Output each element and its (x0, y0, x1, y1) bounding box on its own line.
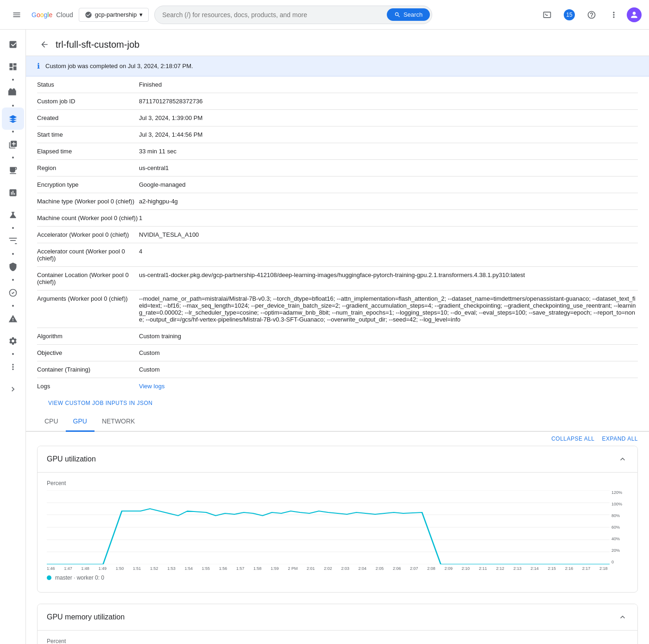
sidebar-item-models[interactable] (2, 82, 24, 104)
tab-gpu[interactable]: GPU (66, 412, 95, 432)
project-icon (85, 11, 92, 19)
sidebar-item-monitoring[interactable] (2, 308, 24, 330)
x-label-158: 1:58 (253, 566, 262, 571)
detail-value-encryption: Google-managed (139, 181, 638, 188)
x-label-154: 1:54 (184, 566, 193, 571)
collapse-up-icon-2 (618, 612, 627, 622)
detail-value-accelerator-count: 4 (139, 248, 638, 262)
project-name: gcp-partnership (95, 11, 137, 18)
notifications-badge: 15 (564, 9, 575, 20)
avatar-icon (630, 10, 639, 19)
sidebar-dot-4 (12, 157, 14, 158)
sidebar (0, 30, 26, 644)
sidebar-item-settings[interactable] (2, 330, 24, 352)
x-label-201: 2:01 (307, 566, 315, 571)
help-button[interactable] (582, 6, 601, 24)
detail-label-objective: Objective (37, 349, 139, 356)
collapse-up-icon (618, 455, 627, 464)
sidebar-item-more[interactable] (2, 356, 24, 378)
x-label-159: 1:59 (271, 566, 279, 571)
cloud-shell-button[interactable] (538, 6, 556, 24)
detail-label-accelerator-count: Accelerator count (Worker pool 0 (chief)… (37, 248, 139, 262)
avatar[interactable] (627, 7, 642, 22)
search-button[interactable]: Search (387, 8, 430, 21)
y-axis-label-120: 120% (611, 490, 628, 495)
detail-value-elapsed: 33 min 11 sec (139, 148, 638, 155)
project-selector[interactable]: gcp-partnership ▾ (79, 8, 149, 22)
sidebar-dot-1 (12, 79, 14, 81)
collapse-all-button[interactable]: COLLAPSE ALL (551, 436, 594, 442)
detail-row-accelerator-count: Accelerator count (Worker pool 0 (chief)… (37, 243, 638, 267)
detail-value-objective: Custom (139, 349, 638, 356)
sidebar-item-datasets[interactable] (2, 182, 24, 204)
x-label-151: 1:51 (133, 566, 141, 571)
expand-all-button[interactable]: EXPAND ALL (602, 436, 638, 442)
x-label-207: 2:07 (410, 566, 418, 571)
notifications-button[interactable]: 15 (560, 6, 579, 24)
sidebar-item-active-learning[interactable] (2, 282, 24, 304)
logo-o2: o (40, 11, 44, 19)
view-logs-link[interactable]: View logs (139, 383, 164, 390)
detail-value-accelerator: NVIDIA_TESLA_A100 (139, 231, 638, 238)
sidebar-item-vertex-ai[interactable] (2, 33, 24, 56)
y-axis-label-0: 0 (611, 560, 628, 564)
detail-row-elapsed: Elapsed time 33 min 11 sec (37, 143, 638, 160)
x-label-213: 2:13 (513, 566, 522, 571)
detail-label-elapsed: Elapsed time (37, 148, 139, 155)
gpu-utilization-collapse-button[interactable] (617, 454, 628, 465)
gpu-memory-collapse-button[interactable] (617, 612, 628, 623)
sidebar-item-endpoints[interactable] (2, 133, 24, 156)
x-label-211: 2:11 (479, 566, 487, 571)
x-label-206: 2:06 (393, 566, 401, 571)
google-cloud-logo[interactable]: Google Cloud (32, 11, 73, 19)
more-icon (609, 10, 618, 19)
sidebar-item-expand[interactable] (2, 378, 24, 400)
sidebar-item-dashboard[interactable] (2, 56, 24, 78)
x-label-148: 1:48 (81, 566, 89, 571)
sidebar-item-batch[interactable] (2, 159, 24, 182)
sidebar-item-experiments[interactable] (2, 204, 24, 226)
tab-cpu[interactable]: CPU (37, 412, 66, 432)
sidebar-dot-6 (12, 253, 14, 255)
gpu-memory-title: GPU memory utilization (47, 613, 125, 621)
back-button[interactable] (37, 37, 52, 52)
x-label-156: 1:56 (219, 566, 227, 571)
detail-value-region: us-central1 (139, 164, 638, 171)
page-title: trl-full-sft-custom-job (56, 39, 139, 50)
sidebar-item-pipelines[interactable] (2, 230, 24, 252)
y-axis-label-40: 40% (611, 537, 628, 541)
details-section: Status Finished Custom job ID 8711701278… (26, 76, 649, 394)
detail-label-logs: Logs (37, 383, 139, 390)
gpu-utilization-legend-dot (47, 575, 51, 580)
x-label-204: 2:04 (359, 566, 367, 571)
sidebar-dot-7 (12, 279, 14, 281)
sidebar-item-model-registry[interactable] (2, 256, 24, 278)
menu-button[interactable] (7, 6, 26, 24)
sidebar-dot-8 (12, 305, 14, 307)
search-input[interactable] (162, 11, 387, 19)
detail-row-algorithm: Algorithm Custom training (37, 328, 638, 345)
view-json-link[interactable]: VIEW CUSTOM JOB INPUTS IN JSON (37, 394, 164, 412)
nav-right-icons: 15 (538, 6, 642, 24)
detail-label-container-location: Container Location (Worker pool 0 (chief… (37, 271, 139, 285)
tab-network[interactable]: NETWORK (95, 412, 143, 432)
detail-label-machine-type: Machine type (Worker pool 0 (chief)) (37, 198, 139, 205)
gpu-utilization-header: GPU utilization (38, 446, 637, 473)
x-label-217: 2:17 (582, 566, 591, 571)
sidebar-dot-2 (12, 105, 14, 107)
sidebar-dot-9 (12, 353, 14, 355)
search-icon (394, 12, 401, 18)
x-label-149: 1:49 (99, 566, 107, 571)
x-label-203: 2:03 (341, 566, 349, 571)
detail-row-objective: Objective Custom (37, 345, 638, 361)
more-options-button[interactable] (605, 6, 623, 24)
x-label-208: 2:08 (427, 566, 435, 571)
sidebar-item-training[interactable] (2, 107, 24, 130)
x-label-146: 1:46 (47, 566, 55, 571)
detail-value-machine-type: a2-highgpu-4g (139, 198, 638, 205)
detail-label-created: Created (37, 114, 139, 121)
gpu-utilization-y-label: Percent (47, 480, 628, 486)
top-navigation: Google Cloud gcp-partnership ▾ Search 15 (0, 0, 649, 30)
detail-row-container-training: Container (Training) Custom (37, 361, 638, 378)
detail-row-container-location: Container Location (Worker pool 0 (chief… (37, 267, 638, 290)
